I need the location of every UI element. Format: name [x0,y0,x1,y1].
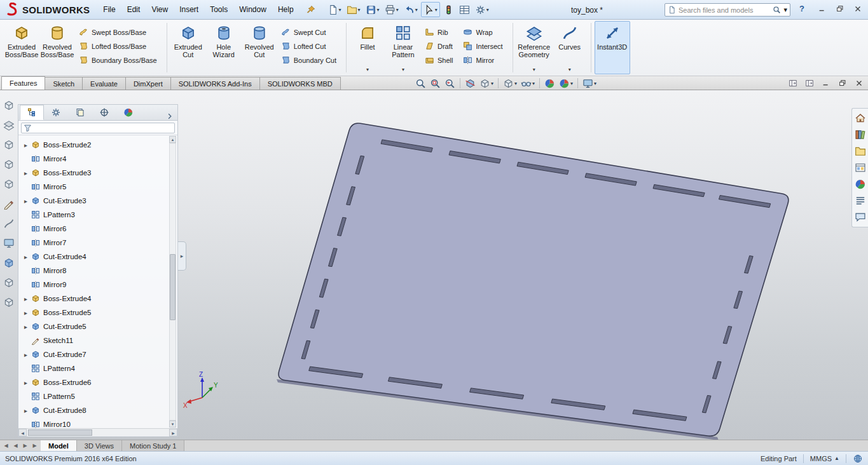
restore-window-button[interactable] [832,3,848,15]
globe-icon[interactable] [853,454,863,464]
edit-appearance-button[interactable] [542,78,557,90]
ribbon-hole-wizard-button[interactable]: Hole Wizard [206,21,242,74]
save-button[interactable]: ▾ [364,2,382,17]
view-palette-tab[interactable] [854,161,867,174]
view-orientation-button[interactable]: ▾ [478,78,495,90]
tree-horizontal-scrollbar[interactable]: ◀ ▶ [18,428,177,436]
unit-system-selector[interactable]: MMGS ▲ [810,455,839,462]
model-tab-model[interactable]: Model [41,440,77,451]
first-tab-icon[interactable]: ◀ [2,443,10,448]
tree-item-boss-extrude4[interactable]: ▸Boss-Extrude4 [18,292,169,306]
search-caret-icon[interactable]: ▾ [783,6,787,14]
scroll-left-icon[interactable]: ◀ [18,429,27,436]
dock-tool-4-button[interactable] [3,158,15,171]
dropdown-caret-icon[interactable]: ▾ [415,7,418,13]
tree-item-cut-extrude4[interactable]: ▸Cut-Extrude4 [18,250,169,264]
custom-properties-tab[interactable] [854,194,867,207]
tree-item-mirror6[interactable]: Mirror6 [18,222,169,236]
tree-item-lpattern3[interactable]: LPattern3 [18,208,169,222]
scroll-thumb[interactable] [170,254,176,320]
next-tab-icon[interactable]: ▶ [21,443,29,448]
scroll-thumb[interactable] [28,429,92,436]
propertymanager-tab[interactable] [44,105,68,120]
tab-sketch[interactable]: Sketch [45,77,83,90]
expand-arrow-icon[interactable]: ▸ [22,198,29,205]
dock-tool-3-button[interactable] [3,138,15,151]
tree-item-mirror8[interactable]: Mirror8 [18,264,169,278]
tab-solidworks-add-ins[interactable]: SOLIDWORKS Add-Ins [170,77,260,90]
tree-item-lpattern4[interactable]: LPattern4 [18,361,169,375]
menu-help[interactable]: Help [272,0,300,20]
ribbon-revolved-cut-button[interactable]: Revolved Cut [242,21,277,74]
zoom-to-area-button[interactable] [428,78,443,90]
pane-toggle-left-button[interactable] [787,78,799,88]
displaymanager-tab[interactable] [116,105,141,120]
tree-item-cut-extrude3[interactable]: ▸Cut-Extrude3 [18,194,169,208]
restore-document-button[interactable] [836,78,849,88]
dimxpertmanager-tab[interactable] [92,105,116,120]
help-button[interactable]: ? [796,4,808,15]
model-tab-3d-views[interactable]: 3D Views [77,440,122,451]
ribbon-mirror-button[interactable]: Mirror [463,55,502,65]
close-window-button[interactable] [850,3,865,15]
ribbon-curves-button[interactable]: Curves▾ [552,21,588,74]
ribbon-fillet-button[interactable]: Fillet▾ [350,21,385,74]
dock-tool-8-button[interactable] [3,237,15,250]
menu-file[interactable]: File [97,0,121,20]
previous-view-button[interactable] [443,78,457,90]
open-document-button[interactable]: ▾ [345,2,362,17]
prev-tab-icon[interactable]: ◀ [11,443,20,448]
ribbon-shell-button[interactable]: Shell [425,55,453,65]
hide-show-items-button[interactable]: ▾ [519,78,537,90]
print-button[interactable]: ▾ [383,2,401,17]
expand-arrow-icon[interactable]: ▸ [22,323,29,330]
dock-tool-7-button[interactable] [3,217,15,230]
tab-features[interactable]: Features [1,76,45,90]
pin-menu-button[interactable] [306,5,315,15]
select-tool-button[interactable]: ▾ [421,2,440,17]
minimize-document-button[interactable] [820,78,832,88]
dropdown-caret-icon[interactable]: ▾ [533,67,535,72]
dock-tool-1-button[interactable] [3,99,15,112]
ribbon-lofted-cut-button[interactable]: Lofted Cut [281,41,336,51]
tree-item-mirror10[interactable]: Mirror10 [18,417,169,428]
scroll-track[interactable] [169,143,176,421]
tree-item-mirror5[interactable]: Mirror5 [18,180,169,194]
ribbon-boundary-cut-button[interactable]: Boundary Cut [281,55,336,65]
ribbon-instant3d-button[interactable]: Instant3D [595,21,630,74]
ribbon-linear-pattern-button[interactable]: Linear Pattern▾ [385,21,421,74]
ribbon-swept-boss-base-button[interactable]: Swept Boss/Base [79,27,157,37]
apply-scene-button[interactable]: ▾ [557,78,575,90]
tree-item-sketch11[interactable]: Sketch11 [18,334,169,347]
tree-item-cut-extrude5[interactable]: ▸Cut-Extrude5 [18,320,169,334]
close-document-button[interactable] [853,78,865,88]
dock-tool-9-button[interactable] [3,257,15,269]
dropdown-caret-icon[interactable]: ▾ [377,7,380,13]
last-tab-icon[interactable]: ▶ [31,443,39,448]
tab-dimxpert[interactable]: DimXpert [125,77,171,90]
dock-tool-11-button[interactable] [3,296,15,309]
ribbon-lofted-boss-base-button[interactable]: Lofted Boss/Base [79,41,157,51]
ribbon-extruded-boss-base-button[interactable]: Extruded Boss/Base [4,21,39,74]
tree-item-mirror7[interactable]: Mirror7 [18,236,169,250]
tree-filter-input[interactable] [21,123,175,133]
tree-item-boss-extrude5[interactable]: ▸Boss-Extrude5 [18,306,169,320]
options-button[interactable]: ▾ [473,2,491,17]
tree-item-cut-extrude8[interactable]: ▸Cut-Extrude8 [18,403,169,417]
scroll-up-icon[interactable]: ▲ [169,136,176,143]
dropdown-caret-icon[interactable]: ▾ [491,81,493,86]
ribbon-boundary-boss-base-button[interactable]: Boundary Boss/Base [79,55,157,65]
dock-tool-2-button[interactable] [3,119,15,131]
menu-insert[interactable]: Insert [174,0,204,20]
design-library-tab[interactable] [854,128,867,141]
tab-solidworks-mbd[interactable]: SOLIDWORKS MBD [259,77,341,90]
appearances-scenes-tab[interactable] [854,178,867,191]
ribbon-extruded-cut-button[interactable]: Extruded Cut [170,21,206,74]
expand-arrow-icon[interactable]: ▸ [22,379,29,386]
dropdown-caret-icon[interactable]: ▾ [396,7,399,13]
dropdown-caret-icon[interactable]: ▾ [594,81,596,86]
dock-tool-10-button[interactable] [3,276,15,289]
expand-arrow-icon[interactable]: ▸ [22,295,29,302]
tree-item-boss-extrude6[interactable]: ▸Boss-Extrude6 [18,375,169,389]
panel-collapse-handle[interactable]: ▸ [178,241,186,271]
